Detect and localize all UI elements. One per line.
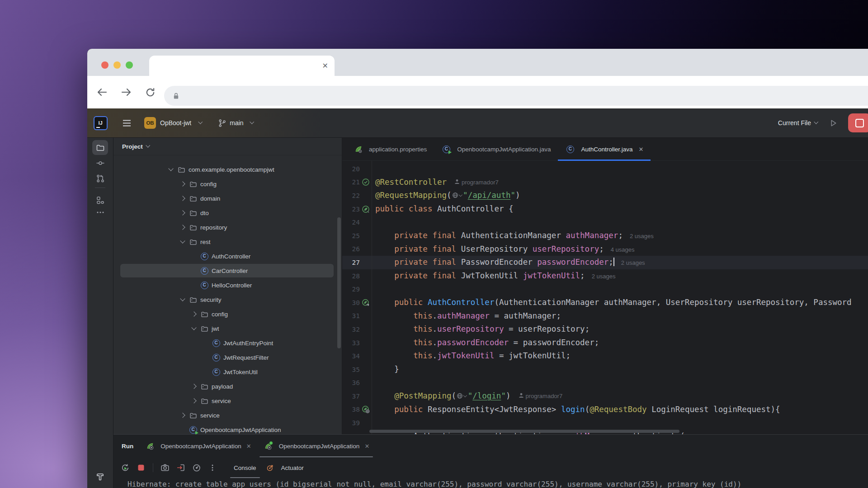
run-button[interactable] xyxy=(826,116,840,130)
more-options-button[interactable] xyxy=(207,462,218,473)
performance-button[interactable] xyxy=(191,462,202,473)
tree-item-payload[interactable]: payload xyxy=(113,379,342,394)
close-window-button[interactable] xyxy=(101,61,108,69)
code-editor[interactable]: @RestControllerprogramador7@RequestMappi… xyxy=(372,161,868,434)
line-number: 27 xyxy=(342,259,360,266)
editor-gutter: 2021222324252627282930313233343536373839… xyxy=(342,161,372,434)
usages-inlay[interactable]: 2 usages xyxy=(621,259,645,266)
thread-dump-button[interactable] xyxy=(160,462,170,473)
tree-item-JwtRequestFilter[interactable]: CJwtRequestFilter xyxy=(113,350,342,365)
chevron-right-icon xyxy=(191,384,196,389)
spring-bean-arrow-icon[interactable] xyxy=(362,299,370,307)
editor-tab-AuthController.java[interactable]: CAuthController.java✕ xyxy=(558,138,651,160)
build-tool-button[interactable] xyxy=(92,469,108,484)
lock-icon xyxy=(172,92,180,100)
usages-inlay[interactable]: 2 usages xyxy=(592,273,616,280)
tree-item-com.example.openbootcampjwt[interactable]: com.example.openbootcampjwt xyxy=(113,162,342,177)
browser-window: ✕ IJ xyxy=(87,49,868,488)
text-caret xyxy=(613,258,614,266)
tree-item-service[interactable]: service xyxy=(113,394,342,408)
code-viewport: 2021222324252627282930313233343536373839… xyxy=(342,161,868,434)
chevron-right-icon xyxy=(191,311,196,316)
close-tab-icon[interactable]: ✕ xyxy=(364,443,369,450)
tree-item-JwtAuthEntryPoint[interactable]: CJwtAuthEntryPoint xyxy=(113,336,342,350)
project-panel-header[interactable]: Project xyxy=(113,138,342,155)
usages-inlay[interactable]: 2 usages xyxy=(630,233,654,239)
more-horizontal-icon xyxy=(96,208,105,217)
spring-bean-icon[interactable] xyxy=(362,205,370,213)
usages-inlay[interactable]: 4 usages xyxy=(611,246,635,253)
close-tab-icon[interactable]: ✕ xyxy=(639,146,644,153)
code-line-39 xyxy=(372,416,868,430)
minimize-window-button[interactable] xyxy=(113,61,121,69)
view-tab-Console[interactable]: Console xyxy=(229,457,261,478)
address-bar[interactable] xyxy=(164,86,868,106)
tree-item-label: config xyxy=(200,181,217,188)
tree-item-label: payload xyxy=(212,383,233,390)
chevron-right-icon xyxy=(180,196,185,201)
project-scrollbar[interactable] xyxy=(337,217,341,348)
run-configuration-selector[interactable]: Current File xyxy=(778,119,817,127)
stop-button[interactable] xyxy=(848,113,868,132)
project-tool-button[interactable] xyxy=(92,140,108,155)
project-widget[interactable]: OB OpBoot-jwt xyxy=(144,115,202,131)
tree-item-security[interactable]: security xyxy=(113,292,342,307)
tree-item-repository[interactable]: repository xyxy=(113,220,342,235)
url-mapping-icon[interactable] xyxy=(457,393,467,399)
chevron-down-icon xyxy=(146,143,150,148)
reload-icon[interactable] xyxy=(144,86,156,98)
tree-item-config[interactable]: config xyxy=(113,177,342,191)
tree-item-jwt[interactable]: jwt xyxy=(113,321,342,336)
url-mapping-icon[interactable] xyxy=(452,192,462,198)
run-tab-OpenbootcampJwtApplication[interactable]: OpenbootcampJwtApplication✕ xyxy=(139,435,257,457)
stripe-divider xyxy=(95,188,105,188)
editor-tab-OpenbootcampJwtApplication.java[interactable]: COpenbootcampJwtApplication.java xyxy=(434,138,558,160)
rerun-button[interactable] xyxy=(120,462,131,473)
commit-tool-button[interactable] xyxy=(92,155,108,170)
project-panel: Project com.example.openbootcampjwtconfi… xyxy=(113,138,342,434)
tree-item-JwtTokenUtil[interactable]: CJwtTokenUtil xyxy=(113,365,342,379)
pull-requests-tool-button[interactable] xyxy=(92,171,108,186)
back-icon[interactable] xyxy=(96,86,108,98)
author-inlay[interactable]: programador7 xyxy=(519,389,563,403)
editor-tab-application.properties[interactable]: application.properties xyxy=(346,138,434,160)
editor-tab-label: AuthController.java xyxy=(581,146,632,153)
vcs-branch-widget[interactable]: main xyxy=(218,115,253,131)
tree-item-domain[interactable]: domain xyxy=(113,191,342,206)
code-line-36 xyxy=(372,376,868,390)
run-panel: Run OpenbootcampJwtApplication✕Openbootc… xyxy=(113,434,868,488)
author-inlay[interactable]: programador7 xyxy=(454,176,499,189)
close-tab-icon[interactable]: ✕ xyxy=(322,62,328,70)
tree-item-label: domain xyxy=(200,195,220,202)
gutter-row: 27 xyxy=(342,256,372,269)
forward-icon[interactable] xyxy=(120,86,132,98)
tree-item-rest[interactable]: rest xyxy=(113,235,342,249)
spring-bean-globe-icon[interactable] xyxy=(362,405,370,413)
tree-item-service[interactable]: service xyxy=(113,408,342,422)
stop-process-button[interactable] xyxy=(136,462,146,473)
zoom-window-button[interactable] xyxy=(126,61,133,69)
exit-button[interactable] xyxy=(175,462,186,473)
gutter-row: 34 xyxy=(342,349,372,363)
close-tab-icon[interactable]: ✕ xyxy=(246,443,251,450)
horizontal-scrollbar[interactable] xyxy=(369,430,679,433)
tree-item-config[interactable]: config xyxy=(113,307,342,321)
tree-item-dto[interactable]: dto xyxy=(113,206,342,220)
toolbar-divider xyxy=(153,463,153,472)
tree-item-CarController[interactable]: CCarController xyxy=(113,263,342,278)
gutter-row: 23 xyxy=(342,202,372,216)
class-icon: C xyxy=(212,368,220,376)
spring-check-icon[interactable] xyxy=(362,178,370,186)
hamburger-icon xyxy=(123,120,131,127)
code-line-29 xyxy=(372,282,868,296)
main-menu-button[interactable] xyxy=(119,115,134,131)
run-tab-OpenbootcampJwtApplication[interactable]: OpenbootcampJwtApplication✕ xyxy=(257,435,376,457)
browser-tab[interactable]: ✕ xyxy=(149,56,335,76)
more-tool-windows-button[interactable] xyxy=(92,205,108,220)
tree-item-AuthController[interactable]: CAuthController xyxy=(113,249,342,263)
boot-class-icon: C xyxy=(189,426,197,434)
tree-item-HelloController[interactable]: CHelloController xyxy=(113,278,342,292)
chevron-down-icon xyxy=(168,166,173,171)
tree-item-OpenbootcampJwtApplication[interactable]: COpenbootcampJwtApplication xyxy=(113,422,342,434)
view-tab-Actuator[interactable]: Actuator xyxy=(261,457,308,478)
